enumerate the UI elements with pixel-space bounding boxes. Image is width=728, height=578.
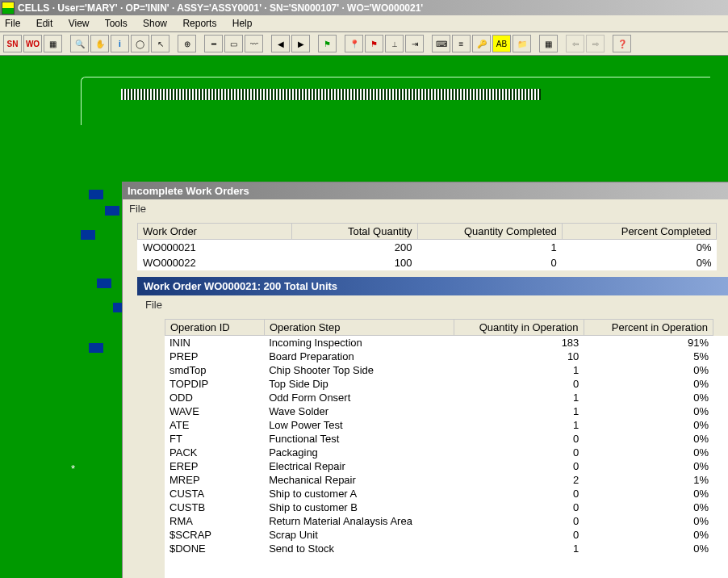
work-orders-table[interactable]: Work Order Total Quantity Quantity Compl… bbox=[137, 223, 717, 270]
pin1-icon[interactable]: 📍 bbox=[345, 35, 363, 52]
flag-icon[interactable]: ⚑ bbox=[318, 35, 337, 52]
prev-icon[interactable]: ◀ bbox=[271, 35, 290, 52]
sn-button[interactable]: SN bbox=[3, 35, 22, 52]
sub1-menu-file[interactable]: File bbox=[129, 203, 146, 215]
pin3-icon[interactable]: ⇥ bbox=[405, 35, 424, 52]
subwindow2-menubar: File bbox=[137, 295, 728, 314]
menu-view[interactable]: View bbox=[69, 18, 90, 29]
folder-icon[interactable]: 📁 bbox=[513, 35, 531, 52]
circle-icon[interactable]: ◯ bbox=[131, 35, 149, 52]
sub2-menu-file[interactable]: File bbox=[145, 299, 162, 311]
table-row[interactable]: MREPMechanical Repair21% bbox=[165, 473, 713, 487]
menu-tools[interactable]: Tools bbox=[105, 18, 128, 29]
keyboard-icon[interactable]: ⌨ bbox=[432, 35, 450, 52]
table-row[interactable]: $SCRAPScrap Unit00% bbox=[165, 528, 713, 542]
marker: * bbox=[71, 463, 75, 475]
col-work-order[interactable]: Work Order bbox=[138, 224, 292, 240]
title-bar: CELLS · User='MARY' · OP='ININ' · ASSY='… bbox=[0, 0, 728, 15]
table-row[interactable]: ODDOdd Form Onsert10% bbox=[165, 391, 713, 404]
table-row[interactable]: ATELow Power Test10% bbox=[165, 418, 713, 432]
col-qty-in-op[interactable]: Quantity in Operation bbox=[454, 320, 584, 336]
col-total-qty[interactable]: Total Quantity bbox=[292, 224, 417, 240]
zoom-icon[interactable]: 🔍 bbox=[70, 35, 89, 52]
table-row[interactable]: CUSTAShip to customer A00% bbox=[165, 487, 713, 501]
pan-icon[interactable]: ✋ bbox=[90, 35, 109, 52]
operations-table[interactable]: Operation ID Operation Step Quantity in … bbox=[165, 319, 713, 336]
rect-icon[interactable]: ▭ bbox=[224, 35, 243, 52]
target-icon[interactable]: ⊕ bbox=[178, 35, 196, 52]
wave-icon[interactable]: 〰 bbox=[245, 35, 263, 52]
col-op-step[interactable]: Operation Step bbox=[264, 320, 454, 336]
app-icon bbox=[2, 2, 15, 15]
table-row[interactable]: PACKPackaging00% bbox=[165, 446, 713, 459]
pcb-outline bbox=[81, 77, 710, 125]
forward-icon[interactable]: ⇨ bbox=[586, 35, 605, 52]
pcb-canvas[interactable]: * Incomplete Work Orders File Work Order… bbox=[0, 61, 728, 578]
table-row[interactable]: RMAReturn Material Analaysis Area00% bbox=[165, 514, 713, 528]
table-row[interactable]: WO00002120010% bbox=[138, 240, 717, 256]
whatsthis-icon[interactable]: ❓ bbox=[613, 35, 631, 52]
menu-reports[interactable]: Reports bbox=[182, 18, 216, 29]
key-icon[interactable]: 🔑 bbox=[472, 35, 491, 52]
line-icon[interactable]: ━ bbox=[204, 35, 223, 52]
fence-icon[interactable]: ≡ bbox=[452, 35, 471, 52]
menu-show[interactable]: Show bbox=[143, 18, 167, 29]
col-pct-completed[interactable]: Percent Completed bbox=[562, 224, 716, 240]
table-row[interactable]: smdTopChip Shooter Top Side10% bbox=[165, 363, 713, 377]
subwindow2-title: Work Order WO000021: 200 Total Units bbox=[137, 277, 728, 295]
info-icon[interactable]: i bbox=[111, 35, 129, 52]
col-pct-in-op[interactable]: Percent in Operation bbox=[584, 320, 713, 336]
pin2-icon[interactable]: ⟂ bbox=[385, 35, 404, 52]
grid-icon[interactable]: ▦ bbox=[44, 35, 62, 52]
table-row[interactable]: WO00002210000% bbox=[138, 255, 717, 270]
table-row[interactable]: ININIncoming Inspection18391% bbox=[165, 336, 713, 350]
incomplete-work-orders-window: Incomplete Work Orders File Work Order T… bbox=[122, 182, 728, 578]
back-icon[interactable]: ⇦ bbox=[566, 35, 584, 52]
ab-icon[interactable]: AB bbox=[492, 35, 511, 52]
table-row[interactable]: TOPDIPTop Side Dip00% bbox=[165, 377, 713, 391]
table-row[interactable]: CUSTBShip to customer B00% bbox=[165, 501, 713, 514]
pointer-icon[interactable]: ↖ bbox=[151, 35, 169, 52]
table-row[interactable]: PREPBoard Preparation105% bbox=[165, 350, 713, 363]
col-op-id[interactable]: Operation ID bbox=[165, 320, 265, 336]
subwindow1-title: Incomplete Work Orders bbox=[123, 182, 728, 199]
table-row[interactable]: EREPElectrical Repair00% bbox=[165, 459, 713, 473]
table-row[interactable]: $DONESend to Stock10% bbox=[165, 542, 713, 555]
col-qty-completed[interactable]: Quantity Completed bbox=[417, 224, 562, 240]
menu-edit[interactable]: Edit bbox=[36, 18, 53, 29]
grid2-icon[interactable]: ▦ bbox=[539, 35, 558, 52]
next-icon[interactable]: ▶ bbox=[291, 35, 310, 52]
main-toolbar: SN WO ▦ 🔍 ✋ i ◯ ↖ ⊕ ━ ▭ 〰 ◀ ▶ ⚑ 📍 ⚑ ⟂ ⇥ … bbox=[0, 32, 728, 56]
subwindow1-menubar: File bbox=[123, 199, 728, 218]
menu-file[interactable]: File bbox=[5, 18, 20, 29]
wo-button[interactable]: WO bbox=[23, 35, 42, 52]
pcb-connector bbox=[121, 89, 541, 100]
table-row[interactable]: FTFunctional Test00% bbox=[165, 432, 713, 446]
main-menubar: File Edit View Tools Show Reports Help bbox=[0, 15, 728, 32]
menu-help[interactable]: Help bbox=[232, 18, 253, 29]
operations-table-body[interactable]: ININIncoming Inspection18391%PREPBoard P… bbox=[165, 336, 713, 555]
pflag-icon[interactable]: ⚑ bbox=[365, 35, 383, 52]
table-row[interactable]: WAVEWave Solder10% bbox=[165, 404, 713, 418]
work-order-detail-window: Work Order WO000021: 200 Total Units Fil… bbox=[137, 277, 728, 578]
